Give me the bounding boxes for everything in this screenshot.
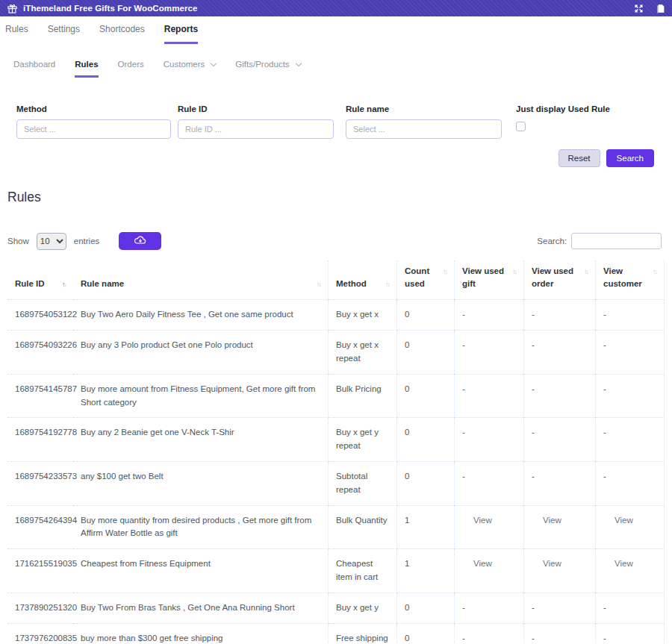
view-used-gift-cell: - <box>455 623 524 644</box>
column-header-view-customer[interactable]: ↑↓View customer <box>596 260 665 300</box>
column-header-rule-name[interactable]: ↑↓Rule name <box>73 260 329 300</box>
nav-item-reports[interactable]: Reports <box>164 24 198 44</box>
used-rule-checkbox[interactable] <box>516 122 526 131</box>
view-used-order-cell: - <box>524 418 596 462</box>
rule-id-cell: 1689754264394 <box>7 505 73 549</box>
column-header-rule-id[interactable]: ↑↓Rule ID <box>7 260 73 300</box>
filter-actions: Reset Search <box>0 149 654 167</box>
count-used-cell: 0 <box>397 374 455 418</box>
nav-item-settings[interactable]: Settings <box>48 24 80 44</box>
rule-id-cell: 1716215519035 <box>7 549 73 593</box>
view-customer-cell: - <box>596 374 665 418</box>
table-header-row: ↑↓Rule ID↑↓Rule name↑↓Method↑↓Count used… <box>7 260 665 300</box>
rule-id-cell: 1689754053122 <box>7 300 73 331</box>
rule-name-cell: Buy Two From Bras Tanks , Get One Ana Ru… <box>73 593 329 623</box>
view-used-gift-cell: - <box>455 593 524 623</box>
subnav-item-gifts-products[interactable]: Gifts/Products <box>235 60 300 78</box>
column-header-view-used-order[interactable]: ↑↓View used order <box>524 260 596 300</box>
column-header-count-used[interactable]: ↑↓Count used <box>397 260 455 300</box>
page-title: Rules <box>7 190 672 205</box>
table-body: 1689754053122Buy Two Aero Daily Fitness … <box>7 300 665 644</box>
sort-icon: ↑↓ <box>385 280 389 290</box>
page-size-select[interactable]: 10 <box>37 233 66 250</box>
rule-id-cell: 1689754093226 <box>7 331 73 375</box>
view-used-order-cell: - <box>524 462 596 506</box>
table-row: 1689754192778Buy any 2 Beanie get one V-… <box>7 418 665 462</box>
reset-button[interactable]: Reset <box>559 149 600 167</box>
entries-label: entries <box>74 237 100 246</box>
view-used-order-cell: - <box>524 593 596 623</box>
rule-name-select[interactable] <box>346 119 502 139</box>
method-cell: Bulk Quantity <box>329 505 397 549</box>
empty-value: - <box>603 384 606 393</box>
app-title: iThemeland Free Gifts For WooCommerce <box>23 4 198 13</box>
view-used-order-cell: View <box>524 549 596 593</box>
table-row: 1689754233573any $100 get two BeltSubtot… <box>7 462 665 506</box>
view-used-order-cell: - <box>524 374 596 418</box>
show-label: Show <box>7 237 29 246</box>
view-link[interactable]: View <box>543 557 561 571</box>
method-cell: Cheapest item in cart <box>329 549 397 593</box>
empty-value: - <box>532 384 535 393</box>
method-label: Method <box>16 104 171 113</box>
export-button[interactable] <box>119 232 161 250</box>
nav-item-rules[interactable]: Rules <box>5 24 28 44</box>
rule-id-cell: 1689754233573 <box>7 462 73 506</box>
view-link[interactable]: View <box>473 557 492 571</box>
view-used-gift-cell: View <box>455 505 524 549</box>
view-link[interactable]: View <box>615 557 633 571</box>
rule-name-cell: Buy Two Aero Daily Fitness Tee , Get one… <box>73 300 329 331</box>
table-search-label: Search: <box>537 237 567 246</box>
subnav-item-customers[interactable]: Customers <box>164 60 217 78</box>
table-search-input[interactable] <box>571 233 662 249</box>
subnav-item-dashboard[interactable]: Dashboard <box>13 60 55 78</box>
nav-item-shortcodes[interactable]: Shortcodes <box>99 24 145 44</box>
method-select[interactable] <box>16 119 171 139</box>
table-row: 1689754145787Buy more amount from Fitnes… <box>7 374 665 418</box>
rule-name-cell: Buy any 3 Polo product Get one Polo prod… <box>73 331 329 375</box>
method-cell: Buy x get x repeat <box>329 331 397 375</box>
view-used-order-cell: - <box>524 623 596 644</box>
view-used-order-cell: - <box>524 331 596 375</box>
fullscreen-icon[interactable] <box>634 4 644 13</box>
empty-value: - <box>462 472 465 481</box>
topbar: iThemeland Free Gifts For WooCommerce <box>0 0 672 16</box>
rule-name-label: Rule name <box>346 104 502 113</box>
docs-icon[interactable] <box>656 4 665 13</box>
gift-icon <box>7 3 18 14</box>
view-customer-cell: - <box>596 331 665 375</box>
view-link[interactable]: View <box>473 514 492 528</box>
used-rule-label: Just display Used Rule <box>516 104 610 113</box>
table-row: 1689754264394Buy more quantity from desi… <box>7 505 665 549</box>
sort-icon: ↑↓ <box>317 280 320 290</box>
rule-name-cell: Buy any 2 Beanie get one V-Neck T-Shir <box>73 418 329 462</box>
view-used-gift-cell: - <box>455 374 524 418</box>
view-used-gift-cell: - <box>455 418 524 462</box>
view-customer-cell: - <box>596 300 665 331</box>
empty-value: - <box>603 428 606 437</box>
search-button[interactable]: Search <box>606 149 654 167</box>
reports-subnav: DashboardRulesOrdersCustomersGifts/Produ… <box>0 60 672 78</box>
count-used-cell: 0 <box>397 462 455 506</box>
column-header-view-used-gift[interactable]: ↑↓View used gift <box>455 260 524 300</box>
view-customer-cell: - <box>596 623 665 644</box>
column-header-method[interactable]: ↑↓Method <box>329 260 397 300</box>
subnav-item-orders[interactable]: Orders <box>118 60 144 78</box>
view-used-gift-cell: View <box>455 549 524 593</box>
view-customer-cell: View <box>596 505 665 549</box>
view-link[interactable]: View <box>615 514 633 528</box>
count-used-cell: 0 <box>397 623 455 644</box>
view-customer-cell: View <box>596 549 665 593</box>
rule-id-input[interactable] <box>178 119 334 139</box>
empty-value: - <box>532 634 535 643</box>
sort-icon: ↑↓ <box>512 267 516 277</box>
count-used-cell: 0 <box>397 300 455 331</box>
view-link[interactable]: View <box>543 514 561 528</box>
method-cell: Buy x get y <box>329 593 397 623</box>
filter-bar: Method Rule ID Rule name Just display Us… <box>16 104 656 139</box>
method-cell: Buy x get x <box>329 300 397 331</box>
empty-value: - <box>603 634 606 643</box>
subnav-item-rules[interactable]: Rules <box>75 60 98 78</box>
count-used-cell: 0 <box>397 418 455 462</box>
rule-name-cell: buy more than $300 get free shipping <box>73 623 329 644</box>
